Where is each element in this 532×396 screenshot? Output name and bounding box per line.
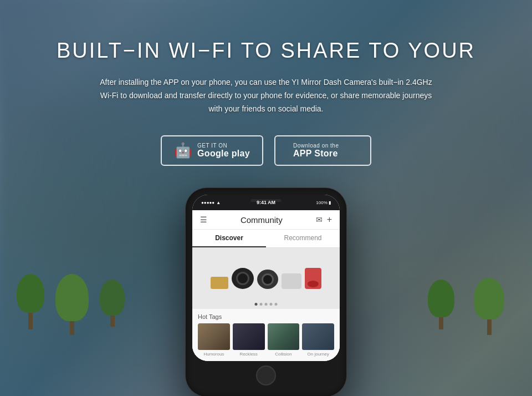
add-icon[interactable]: + xyxy=(327,215,332,225)
camera-1 xyxy=(211,277,228,289)
tag-reckless[interactable]: Reckless xyxy=(233,323,265,357)
tag-humorous-label: Humorous xyxy=(198,352,230,357)
camera-5 xyxy=(305,268,321,289)
phone-home-button[interactable] xyxy=(256,365,276,385)
tag-humorous-thumb xyxy=(198,323,230,350)
camera-4 xyxy=(282,273,301,289)
mail-icon[interactable]: ✉ xyxy=(316,215,323,224)
camera-group xyxy=(211,268,321,289)
tag-on-journey[interactable]: On journey xyxy=(302,323,334,357)
store-buttons: 🤖 GET IT ON Google play Download on the … xyxy=(161,135,371,166)
android-icon: 🤖 xyxy=(174,142,192,159)
page-content: BUILT−IN WI−FI TO SHARE TO YOUR After in… xyxy=(0,0,532,396)
tab-discover[interactable]: Discover xyxy=(192,230,266,247)
tag-reckless-thumb xyxy=(233,323,265,350)
battery-text: 100% ▮ xyxy=(316,200,331,205)
tag-on-journey-thumb xyxy=(302,323,334,350)
tag-reckless-label: Reckless xyxy=(233,352,265,357)
product-banner xyxy=(192,248,340,309)
background: BUILT−IN WI−FI TO SHARE TO YOUR After in… xyxy=(0,0,532,396)
hot-tags-title: Hot Tags xyxy=(198,313,334,320)
phone-screen: ●●●●● ▲ 9:41 AM 100% ▮ ☰ Communi xyxy=(192,195,340,361)
dot-3 xyxy=(265,303,268,306)
app-screen: ☰ Community ✉ + Discover xyxy=(192,210,340,361)
app-store-large-text: APP Store xyxy=(293,149,339,159)
app-title: Community xyxy=(241,215,283,225)
status-bar: ●●●●● ▲ 9:41 AM 100% ▮ xyxy=(192,195,340,210)
tag-collision-label: Collision xyxy=(268,352,300,357)
app-tabs: Discover Recommend xyxy=(192,230,340,248)
tag-collision[interactable]: Collision xyxy=(268,323,300,357)
status-left: ●●●●● ▲ xyxy=(201,200,221,205)
hamburger-icon[interactable]: ☰ xyxy=(200,215,207,224)
tag-humorous[interactable]: Humorous xyxy=(198,323,230,357)
header-icons: ✉ + xyxy=(316,215,332,225)
google-play-large-text: Google play xyxy=(197,149,250,159)
signal-dots: ●●●●● xyxy=(201,200,214,205)
phone-mockup: ●●●●● ▲ 9:41 AM 100% ▮ ☰ Communi xyxy=(186,188,346,396)
banner-dots xyxy=(255,303,278,306)
camera-2 xyxy=(232,268,254,289)
dot-5 xyxy=(275,303,278,306)
google-play-button[interactable]: 🤖 GET IT ON Google play xyxy=(161,135,263,166)
dot-1 xyxy=(255,303,258,306)
tags-grid: Humorous Reckless Collision xyxy=(198,323,334,357)
app-store-small-text: Download on the xyxy=(293,143,339,149)
phone-outer-shell: ●●●●● ▲ 9:41 AM 100% ▮ ☰ Communi xyxy=(186,188,346,396)
tab-recommend[interactable]: Recommend xyxy=(266,230,340,247)
dot-4 xyxy=(270,303,273,306)
wifi-icon: ▲ xyxy=(216,200,221,205)
app-store-button[interactable]: Download on the APP Store xyxy=(274,135,371,166)
main-title: BUILT−IN WI−FI TO SHARE TO YOUR xyxy=(57,39,475,63)
status-time: 9:41 AM xyxy=(257,200,275,205)
tag-collision-thumb xyxy=(268,323,300,350)
dot-2 xyxy=(260,303,263,306)
app-header: ☰ Community ✉ + xyxy=(192,210,340,230)
hot-tags-section: Hot Tags Humorous Reckless xyxy=(192,309,340,361)
subtitle: After installing the APP on your phone, … xyxy=(94,76,438,115)
camera-3 xyxy=(257,270,278,289)
tag-on-journey-label: On journey xyxy=(302,352,334,357)
google-play-small-text: GET IT ON xyxy=(197,143,250,149)
status-right: 100% ▮ xyxy=(316,200,331,205)
